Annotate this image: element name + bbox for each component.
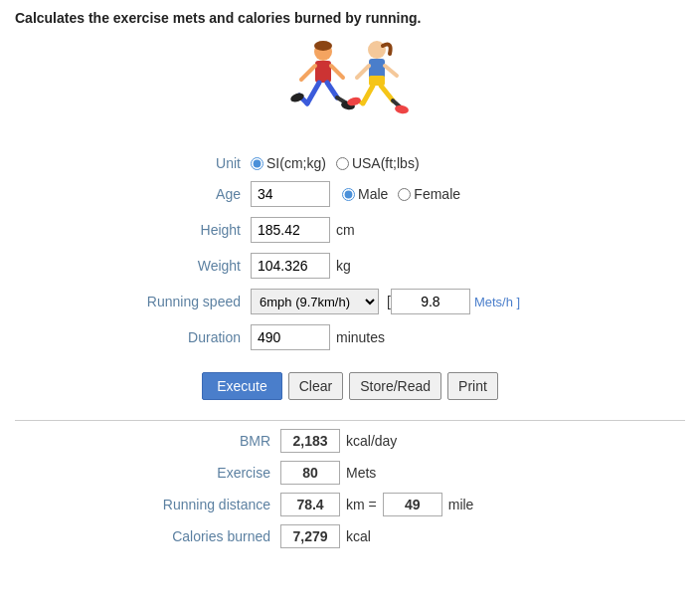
svg-line-16 [363,86,373,103]
svg-line-7 [327,83,337,98]
exercise-label: Exercise [111,465,270,481]
store-read-button[interactable]: Store/Read [349,372,441,400]
gender-female-text: Female [414,186,460,202]
age-label: Age [111,186,241,202]
weight-row: Weight kg [111,253,589,279]
running-distance-label: Running distance [111,497,270,512]
duration-label: Duration [111,329,241,345]
calories-burned-label: Calories burned [111,528,270,544]
duration-input[interactable] [251,324,330,350]
svg-line-14 [357,66,369,78]
gender-radio-group: Male Female [342,186,460,202]
height-label: Height [111,222,241,238]
svg-line-4 [331,66,343,78]
svg-line-18 [381,86,393,101]
bmr-value: 2,183 [280,429,340,453]
unit-si-label[interactable]: SI(cm;kg) [251,155,326,171]
running-speed-label: Running speed [111,294,241,309]
results-section: BMR 2,183 kcal/day Exercise 80 Mets Runn… [15,429,685,556]
page-description: Calculates the exercise mets and calorie… [15,10,685,26]
button-row: Execute Clear Store/Read Print [202,372,498,400]
calories-burned-value: 7,279 [280,524,340,548]
gender-male-label[interactable]: Male [342,186,388,202]
duration-unit: minutes [336,329,385,345]
running-distance-row: Running distance 78.4 km = 49 mile [111,493,589,516]
weight-label: Weight [111,258,241,274]
exercise-value: 80 [280,461,340,485]
unit-si-text: SI(cm;kg) [266,155,326,171]
height-input[interactable] [251,217,330,243]
gender-female-radio[interactable] [398,188,411,201]
calories-burned-row: Calories burned 7,279 kcal [111,524,589,548]
gender-female-label[interactable]: Female [398,186,460,202]
age-input[interactable] [251,181,330,207]
weight-input[interactable] [251,253,330,279]
running-speed-select[interactable]: 6mph (9.7km/h) 7mph (11.3km/h) 8mph (12.… [251,289,379,314]
runner-image [15,36,685,140]
unit-usa-label[interactable]: USA(ft;lbs) [336,155,420,171]
age-row: Age Male Female [111,181,589,207]
duration-row: Duration minutes [111,324,589,350]
gender-male-text: Male [358,186,388,202]
running-distance-mile-unit: mile [448,497,474,512]
unit-si-radio[interactable] [251,157,263,170]
exercise-row: Exercise 80 Mets [111,461,589,485]
unit-row: Unit SI(cm;kg) USA(ft;lbs) [111,155,589,171]
weight-unit: kg [336,258,351,274]
divider [15,420,685,421]
svg-point-1 [314,41,332,51]
running-distance-km-unit: km = [346,497,377,512]
bmr-label: BMR [111,433,270,449]
clear-button[interactable]: Clear [288,372,343,400]
exercise-unit: Mets [346,465,376,481]
bmr-unit: kcal/day [346,433,397,449]
mets-link[interactable]: Mets/h ] [474,295,520,309]
running-distance-km-value: 78.4 [280,493,340,516]
height-unit: cm [336,222,355,238]
mets-value-input[interactable] [391,289,470,314]
execute-button[interactable]: Execute [202,372,282,400]
unit-usa-text: USA(ft;lbs) [352,155,420,171]
svg-rect-2 [315,61,331,83]
print-button[interactable]: Print [447,372,498,400]
gender-male-radio[interactable] [342,188,355,201]
unit-usa-radio[interactable] [336,157,349,170]
unit-label: Unit [111,155,241,171]
form-section: Unit SI(cm;kg) USA(ft;lbs) Age Male Fema… [15,155,685,412]
svg-line-3 [301,66,315,80]
svg-line-15 [385,66,397,76]
svg-line-5 [307,83,319,103]
running-speed-row: Running speed 6mph (9.7km/h) 7mph (11.3k… [111,289,589,314]
height-row: Height cm [111,217,589,243]
calories-burned-unit: kcal [346,528,371,544]
unit-radio-group: SI(cm;kg) USA(ft;lbs) [251,155,420,171]
running-distance-mile-value: 49 [383,493,442,516]
bmr-row: BMR 2,183 kcal/day [111,429,589,453]
